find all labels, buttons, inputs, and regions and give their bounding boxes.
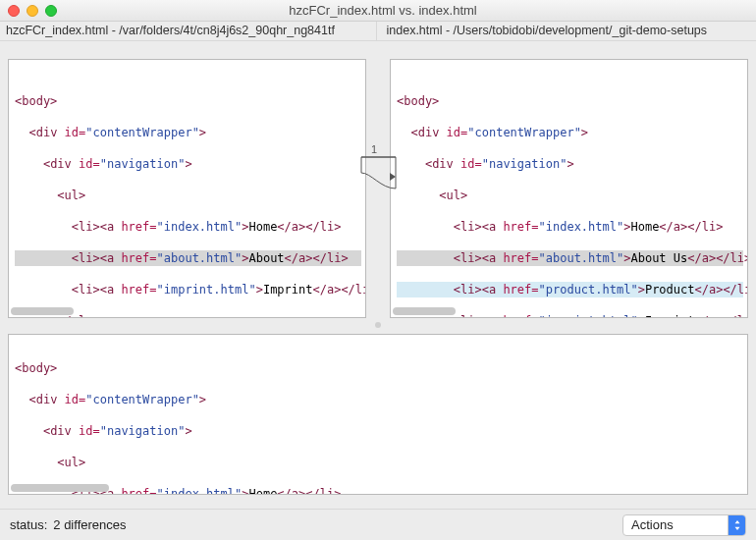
path-bar: hzcFCr_index.html - /var/folders/4t/cn8j…	[0, 22, 756, 41]
left-diff-line-about: <li><a href="about.html">About</a></li>	[15, 250, 361, 266]
right-diff-line-about: <li><a href="about.html">About Us</a></l…	[397, 250, 743, 266]
actions-label: Actions	[631, 517, 674, 532]
right-file-path: index.html - /Users/tobidobi/development…	[377, 22, 757, 40]
right-pane[interactable]: <body> <div id="contentWrapper"> <div id…	[390, 59, 748, 318]
chevron-updown-icon	[728, 514, 745, 536]
left-code: <body> <div id="contentWrapper"> <div id…	[9, 60, 365, 318]
pane-separator[interactable]	[8, 318, 748, 332]
status-label: status:	[10, 517, 47, 532]
merged-code: <body> <div id="contentWrapper"> <div id…	[9, 335, 747, 495]
diff-connector-label: 1	[371, 143, 377, 155]
status-text: 2 differences	[53, 517, 126, 532]
left-scrollbar[interactable]	[11, 307, 74, 315]
titlebar: hzcFCr_index.html vs. index.html	[0, 0, 756, 22]
actions-dropdown[interactable]: Actions	[622, 514, 746, 536]
right-scrollbar[interactable]	[393, 307, 456, 315]
merged-scrollbar[interactable]	[11, 484, 109, 492]
status-bar: status: 2 differences Actions	[0, 509, 756, 540]
left-pane[interactable]: <body> <div id="contentWrapper"> <div id…	[8, 59, 366, 318]
left-file-path: hzcFCr_index.html - /var/folders/4t/cn8j…	[0, 22, 377, 40]
right-diff-line-product: <li><a href="product.html">Product</a></…	[397, 282, 743, 297]
work-area: <body> <div id="contentWrapper"> <div id…	[0, 41, 756, 495]
diff-panes: <body> <div id="contentWrapper"> <div id…	[8, 59, 748, 318]
right-code: <body> <div id="contentWrapper"> <div id…	[391, 60, 747, 318]
drag-handle-icon	[375, 322, 381, 328]
merged-pane[interactable]: <body> <div id="contentWrapper"> <div id…	[8, 334, 748, 495]
window-title: hzcFCr_index.html vs. index.html	[18, 3, 748, 18]
